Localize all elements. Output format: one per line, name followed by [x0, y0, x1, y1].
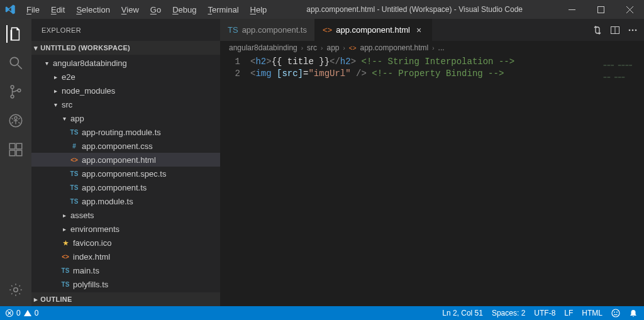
tree-file-app-ts[interactable]: TS app.component.ts [31, 180, 220, 194]
chevron-right-icon: › [432, 45, 434, 52]
activity-search-icon[interactable] [7, 54, 25, 72]
breadcrumb-item[interactable]: angular8databinding [229, 43, 297, 52]
activity-explorer-icon[interactable] [6, 25, 24, 43]
tree-label: app.component.css [82, 141, 153, 151]
tree-file-app-html[interactable]: <> app.component.html [31, 153, 220, 167]
status-encoding[interactable]: UTF-8 [534, 309, 555, 317]
status-feedback-icon[interactable] [611, 309, 620, 317]
menu-terminal[interactable]: Terminal [203, 3, 243, 17]
activity-settings-gear-icon[interactable] [7, 281, 25, 299]
status-spaces[interactable]: Spaces: 2 [492, 309, 525, 317]
tree-file-index[interactable]: <> index.html [31, 250, 220, 263]
tree-label: app.component.html [82, 155, 156, 165]
tree-file-favicon[interactable]: ★ favicon.ico [31, 236, 220, 250]
html-file-icon: <> [349, 45, 357, 52]
status-warnings[interactable]: 0 [23, 309, 39, 317]
tree-label: src [62, 100, 72, 109]
titlebar: File Edit Selection View Go Debug Termin… [0, 0, 644, 19]
status-errors[interactable]: 0 [5, 309, 21, 317]
more-actions-icon[interactable] [628, 25, 638, 35]
compare-changes-icon[interactable] [592, 25, 602, 35]
svg-rect-0 [569, 9, 575, 10]
window-close-button[interactable] [615, 0, 644, 19]
tree-folder-e2e[interactable]: ▸ e2e [31, 70, 220, 84]
editor-tab-actions [586, 19, 644, 41]
section-outline[interactable]: ▸ OUTLINE [31, 292, 220, 306]
chevron-right-icon: › [343, 45, 345, 52]
window-minimize-button[interactable] [557, 0, 586, 19]
tree-file-app-module[interactable]: TS app.module.ts [31, 194, 220, 208]
typescript-file-icon: TS [228, 25, 238, 35]
svg-point-21 [614, 312, 615, 313]
typescript-file-icon: TS [60, 279, 70, 289]
section-workspace-label: UNTITLED (WORKSPACE) [40, 44, 130, 52]
typescript-file-icon: TS [60, 265, 70, 275]
tab-close-icon[interactable]: × [414, 25, 424, 35]
svg-point-4 [11, 86, 14, 89]
svg-point-22 [616, 312, 618, 313]
svg-rect-12 [16, 143, 22, 149]
svg-point-13 [14, 288, 18, 292]
breadcrumb-item[interactable]: app.component.html [360, 43, 429, 52]
tree-label: polyfills.ts [73, 280, 108, 289]
code-lines[interactable]: <h2>{{ title }}</h2> <!-- String Interpo… [250, 55, 635, 306]
tree-folder-app[interactable]: ▾ app [31, 111, 220, 125]
breadcrumbs[interactable]: angular8databinding› src› app› <> app.co… [220, 41, 644, 55]
menu-edit[interactable]: Edit [46, 3, 70, 17]
window-maximize-button[interactable] [586, 0, 615, 19]
section-workspace[interactable]: ▾ UNTITLED (WORKSPACE) [31, 41, 220, 55]
menu-go[interactable]: Go [145, 3, 166, 17]
status-bell-icon[interactable] [629, 309, 638, 317]
activity-debug-icon[interactable] [7, 112, 25, 130]
status-language[interactable]: HTML [582, 309, 602, 317]
tree-file-app-routing[interactable]: TS app-routing.module.ts [31, 125, 220, 139]
menu-help[interactable]: Help [245, 3, 272, 17]
tree-label: angular8databinding [53, 58, 127, 68]
tree-folder-project[interactable]: ▾ angular8databinding [31, 56, 220, 70]
status-ln-col[interactable]: Ln 2, Col 51 [442, 309, 483, 317]
tree-file-main[interactable]: TS main.ts [31, 263, 220, 277]
tree-label: main.ts [73, 266, 99, 275]
html-file-icon: <> [69, 155, 79, 165]
breadcrumb-item[interactable]: ... [438, 43, 445, 52]
tree-folder-src[interactable]: ▾ src [31, 97, 220, 111]
breadcrumb-item[interactable]: app [326, 43, 339, 52]
split-editor-icon[interactable] [610, 25, 620, 35]
tree-folder-environments[interactable]: ▸ environments [31, 222, 220, 236]
tree-file-app-css[interactable]: # app.component.css [31, 139, 220, 153]
tab-label: app.component.html [336, 25, 410, 35]
tree-file-polyfills[interactable]: TS polyfills.ts [31, 277, 220, 291]
sidebar-header: EXPLORER [31, 19, 220, 41]
code-editor[interactable]: 1 2 <h2>{{ title }}</h2> <!-- String Int… [220, 55, 644, 306]
main-content: EXPLORER ▾ UNTITLED (WORKSPACE) ▾ angula… [0, 19, 644, 306]
tree-file-app-spec[interactable]: TS app.component.spec.ts [31, 167, 220, 180]
chevron-down-icon: ▾ [34, 44, 38, 52]
activity-extensions-icon[interactable] [7, 141, 25, 158]
tree-folder-assets[interactable]: ▸ assets [31, 208, 220, 222]
chevron-right-icon: › [301, 45, 303, 52]
chevron-right-icon: ▸ [34, 295, 38, 304]
menu-debug[interactable]: Debug [167, 3, 201, 17]
chevron-right-icon: ▸ [52, 74, 59, 80]
tree-label: app.component.ts [82, 183, 147, 192]
tree-folder-node-modules[interactable]: ▸ node_modules [31, 84, 220, 97]
chevron-right-icon: ▸ [52, 87, 59, 94]
tab-app-component-html[interactable]: <> app.component.html × [315, 19, 432, 41]
svg-point-16 [629, 29, 631, 31]
status-eol[interactable]: LF [564, 309, 573, 317]
vscode-logo-icon [5, 4, 16, 15]
svg-point-18 [635, 29, 637, 31]
menu-selection[interactable]: Selection [71, 3, 114, 17]
breadcrumb-item[interactable]: src [307, 43, 317, 52]
menu-view[interactable]: View [116, 3, 144, 17]
window-title: app.component.html - Untitled (Workspace… [272, 5, 557, 14]
svg-rect-1 [597, 6, 604, 13]
tab-app-component-ts[interactable]: TS app.component.ts [220, 19, 315, 41]
file-tree[interactable]: ▾ angular8databinding ▸ e2e ▸ node_modul… [31, 55, 220, 292]
vertical-scrollbar[interactable] [635, 55, 644, 306]
editor-tabs: TS app.component.ts <> app.component.htm… [220, 19, 644, 41]
minimap[interactable]: ▬▬▬ ▬▬▬▬▬▬ ▬▬▬ [604, 58, 633, 82]
menu-file[interactable]: File [21, 3, 45, 17]
activity-source-control-icon[interactable] [7, 83, 25, 101]
tree-label: node_modules [62, 86, 115, 96]
